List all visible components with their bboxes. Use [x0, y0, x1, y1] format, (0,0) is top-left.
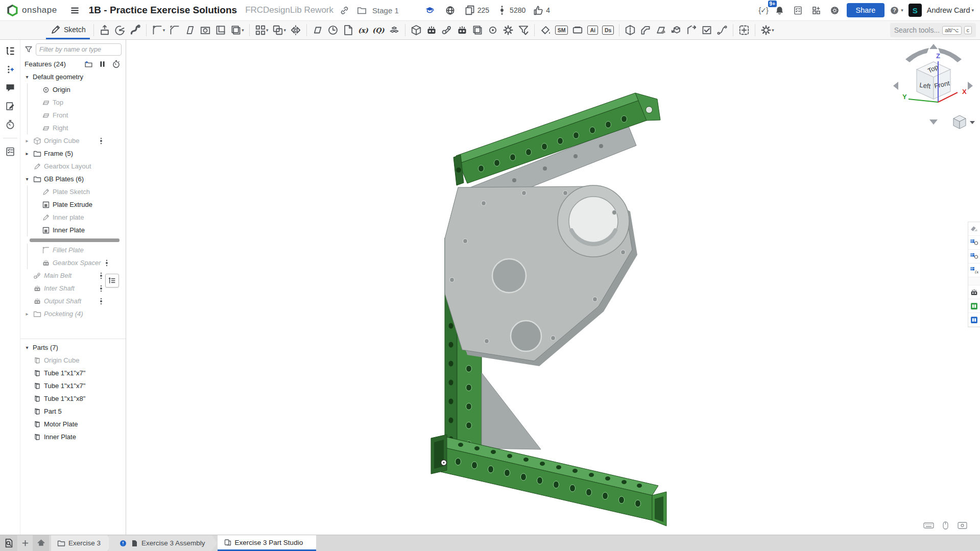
feature-row[interactable]: Gearbox Spacer	[20, 256, 126, 269]
likes-count[interactable]: 4	[533, 5, 550, 16]
feature-row[interactable]: Inner plate	[20, 211, 126, 224]
assistant-icon[interactable]	[828, 4, 842, 17]
chevron-right-icon[interactable]: ▸	[24, 138, 30, 143]
feature-row[interactable]: ▸Pocketing (4)	[20, 307, 126, 320]
keyboard-hint-icon[interactable]	[923, 521, 934, 530]
rollback-history-icon[interactable]	[112, 60, 121, 68]
feature-row[interactable]: Origin	[20, 83, 126, 96]
custom-feature-gear-button[interactable]	[501, 23, 515, 37]
rollback-bar[interactable]	[20, 236, 126, 244]
view-options-button[interactable]	[953, 115, 975, 129]
config-table-button[interactable]	[968, 250, 980, 263]
part-row[interactable]: Part 5	[20, 405, 126, 418]
split-button[interactable]	[623, 23, 637, 37]
model-canvas[interactable]	[126, 40, 980, 535]
variable-studio-button[interactable]: (Q)	[371, 26, 386, 35]
hole-button[interactable]	[198, 23, 212, 37]
link-icon[interactable]	[338, 4, 351, 17]
document-tab-exercise-3[interactable]: Exercise 3	[51, 535, 113, 551]
drag-handle-icon[interactable]	[98, 272, 104, 280]
ai-tool-button[interactable]: Ai	[586, 25, 600, 36]
feature-row[interactable]: ▸Frame (5)	[20, 147, 126, 160]
composite-part-button[interactable]	[387, 23, 401, 37]
parts-header-row[interactable]: ▾ Parts (7)	[20, 341, 126, 354]
variable-button[interactable]: (x)	[356, 26, 370, 35]
search-tools[interactable]: Search tools... alt/⌥ c	[890, 23, 976, 37]
notes-panel-button[interactable]	[5, 101, 15, 111]
thicken-button[interactable]: ▾	[229, 23, 246, 37]
sheet-metal-button[interactable]: SM	[554, 25, 570, 36]
featurescript-panel-button[interactable]	[968, 285, 980, 299]
library-blue-button[interactable]	[968, 313, 980, 327]
drag-handle-icon[interactable]	[98, 137, 104, 145]
view-cube[interactable]: Top Left Front Z X Y	[891, 42, 978, 132]
custom-feature-gearbox-button[interactable]	[424, 23, 439, 37]
avatar[interactable]: S	[909, 4, 922, 17]
touch-hint-icon[interactable]	[957, 521, 968, 530]
chamfer-button[interactable]	[168, 23, 182, 37]
extract-button[interactable]	[669, 23, 683, 37]
chevron-down-icon[interactable]: ▾	[24, 176, 30, 182]
feature-row[interactable]: ▾GB Plates (6)	[20, 173, 126, 185]
user-menu[interactable]: Andrew Card ▾	[927, 6, 974, 14]
drag-handle-icon[interactable]	[98, 297, 104, 305]
feature-row[interactable]: Right	[20, 122, 126, 134]
new-tab-button[interactable]	[17, 535, 33, 551]
boolean-button[interactable]: ▾	[271, 23, 288, 37]
bearing-feature-button[interactable]	[486, 23, 500, 37]
sweep-button[interactable]	[128, 23, 142, 37]
part-row[interactable]: Origin Cube	[20, 354, 126, 367]
comments-panel-button[interactable]	[5, 83, 15, 93]
menu-icon[interactable]	[68, 4, 82, 17]
chevron-right-icon[interactable]: ▸	[24, 151, 30, 156]
bom-table-button[interactable]	[968, 236, 980, 250]
chevron-right-icon[interactable]: ▸	[24, 311, 30, 317]
filter-input[interactable]	[36, 43, 122, 56]
appearance-button[interactable]	[538, 23, 553, 37]
3d-viewport[interactable]: Top Left Front Z X Y (x)	[126, 40, 980, 535]
custom-feature-shaft-button[interactable]	[455, 23, 469, 37]
move-face-button[interactable]	[684, 23, 699, 37]
feature-row[interactable]: Gearbox Layout	[20, 160, 126, 173]
document-tab-exercise-3-part-studio[interactable]: Exercise 3 Part Studio	[218, 535, 317, 551]
part-row[interactable]: Tube 1"x1"x8"	[20, 392, 126, 405]
validate-button[interactable]	[700, 23, 714, 37]
part-cube-button[interactable]	[409, 23, 423, 37]
part-gusset[interactable]	[482, 373, 541, 449]
flange-button[interactable]	[638, 23, 653, 37]
checklist-panel-button[interactable]	[5, 147, 15, 157]
drag-handle-icon[interactable]	[104, 259, 110, 267]
performance-panel-button[interactable]	[5, 119, 15, 130]
insert-reference-button[interactable]	[737, 23, 751, 37]
feature-row[interactable]: Plate Extrude	[20, 198, 126, 211]
share-button[interactable]: Share	[847, 3, 885, 17]
search-tabs-icon[interactable]	[0, 535, 17, 551]
part-gearbox-plate[interactable]	[445, 185, 637, 366]
part-tube-bottom[interactable]	[431, 435, 666, 526]
feature-row[interactable]: ▾Default geometry	[20, 70, 126, 83]
mouse-hint-icon[interactable]	[940, 521, 951, 530]
display-options-button[interactable]: ▾	[759, 23, 776, 37]
part-row[interactable]: Motor Plate	[20, 418, 126, 430]
feature-row[interactable]: Fillet Plate	[20, 244, 126, 256]
design-studio-button[interactable]: Ds	[601, 25, 615, 36]
stage-label[interactable]: Stage 1	[372, 6, 399, 15]
part-row[interactable]: Tube 1"x1"x7"	[20, 379, 126, 392]
feature-row[interactable]: Inner Plate	[20, 224, 126, 236]
onshape-logo[interactable]: onshape	[6, 4, 57, 17]
help-menu[interactable]: ? ▾	[890, 6, 903, 15]
featurescript-check-icon[interactable]: {✓}	[759, 6, 768, 14]
drag-handle-icon[interactable]	[98, 284, 104, 293]
part-row[interactable]: Tube 1"x1"x7"	[20, 367, 126, 379]
document-tab-exercise-3-assembly[interactable]: Exercise 3 Assembly	[109, 535, 218, 551]
feature-row[interactable]: Output Shaft	[20, 295, 126, 307]
feature-row[interactable]: Top	[20, 96, 126, 109]
pattern-block-button[interactable]	[470, 23, 485, 37]
shell-button[interactable]	[213, 23, 228, 37]
belt-calculator-button[interactable]	[440, 23, 454, 37]
helix-button[interactable]	[326, 23, 340, 37]
library-green-button[interactable]	[968, 299, 980, 313]
feature-manager-panel-button[interactable]	[5, 46, 15, 56]
part-row[interactable]: Inner Plate	[20, 430, 126, 443]
variables-table-button[interactable]: (x)	[968, 263, 980, 277]
